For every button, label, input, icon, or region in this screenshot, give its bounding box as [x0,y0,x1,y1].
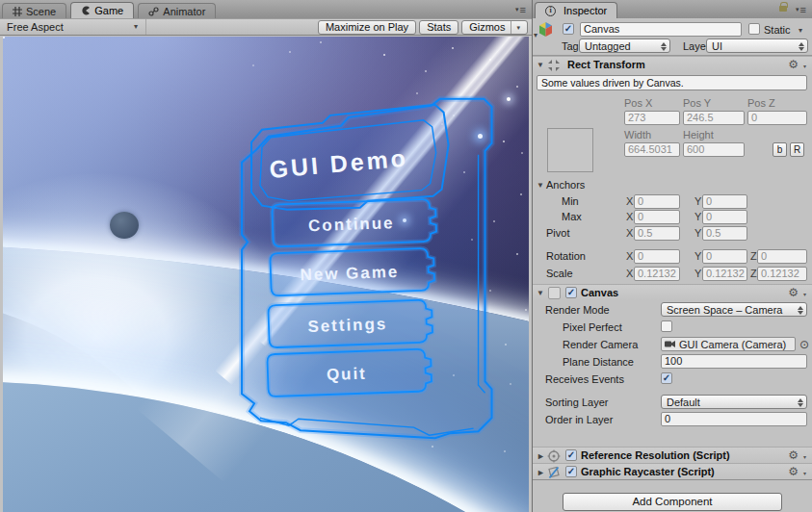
new-game-button[interactable]: New Game [270,248,434,296]
anchors-foldout-icon[interactable]: ▼ [537,181,544,190]
foldout-icon[interactable]: ▼ [537,61,544,69]
menu-lines-icon: ≡ [800,4,806,15]
anchor-min-y-field[interactable]: 0 [702,194,747,209]
rotation-y-field[interactable]: 0 [702,249,747,264]
axis-z-label: Z [750,250,757,262]
active-checkbox[interactable]: ✓ [563,23,574,35]
static-dropdown-arrow[interactable]: ▾ [799,26,802,35]
tab-inspector-label: Inspector [563,5,607,16]
sorting-layer-dropdown[interactable]: Default [661,395,807,409]
raw-edit-mode-button[interactable]: R [790,142,804,157]
new-game-button-label: New Game [300,263,399,285]
menu-lines-icon: ≡ [520,4,526,15]
aspect-dropdown[interactable]: Free Aspect ▾ [0,19,146,35]
canvas-component-header[interactable]: ▼ ✓ Canvas ⚙ ▾ [533,284,812,300]
info-icon: i [545,6,556,16]
object-picker-icon[interactable]: ⊙ [799,338,809,351]
receives-events-checkbox[interactable]: ✓ [661,372,672,384]
gear-dropdown-arrow: ▾ [803,63,806,69]
quit-button[interactable]: Quit [267,348,432,397]
gear-icon[interactable]: ⚙ [788,58,799,71]
dropdown-arrow-icon: ▾ [796,6,799,13]
rotation-z-field[interactable]: 0 [757,249,807,264]
anchor-min-x-field[interactable]: 0 [634,194,680,209]
lock-icon[interactable] [779,6,787,12]
settings-button[interactable]: Settings [268,299,432,347]
tab-animator[interactable]: Animator [138,3,216,18]
left-tabstrip: Scene Game Animator ▾≡ [0,0,532,18]
icon-dropdown-arrow[interactable]: ▾ [534,31,537,39]
rotation-x-field[interactable]: 0 [634,249,680,264]
graphic-raycaster-title: Graphic Raycaster (Script) [581,466,715,477]
layer-value: UI [712,40,722,52]
foldout-icon[interactable]: ► [537,468,545,477]
layer-dropdown[interactable]: UI [706,38,808,53]
tab-inspector[interactable]: i Inspector [535,2,617,18]
stats-button[interactable]: Stats [419,20,458,35]
rotation-label: Rotation [546,250,586,262]
tab-game[interactable]: Game [70,2,134,18]
aspect-dropdown-value: Free Aspect [7,21,64,33]
pos-x-field[interactable]: 273 [624,111,680,125]
panel-menu-icon[interactable]: ▾≡ [515,4,526,15]
pivot-y-field[interactable]: 0.5 [702,226,747,241]
dropdown-arrows-icon [661,42,667,51]
tab-scene[interactable]: Scene [2,3,66,18]
canvas-enabled-checkbox[interactable]: ✓ [565,287,577,298]
scale-y-field[interactable]: 0.12132 [702,267,747,281]
width-field[interactable]: 664.5031 [624,142,680,157]
gear-dropdown-arrow: ▾ [803,291,806,297]
reference-resolution-header[interactable]: ► ✓ Reference Resolution (Script) ⚙ ▾ [533,447,812,463]
pos-z-field[interactable]: 0 [747,111,807,125]
tab-game-label: Game [94,5,123,16]
maximize-on-play-button[interactable]: Maximize on Play [318,20,416,35]
dropdown-arrows-icon [799,42,804,51]
pivot-x-field[interactable]: 0.5 [634,226,680,241]
gear-icon[interactable]: ⚙ [788,286,799,299]
gizmos-button[interactable]: Gizmos ▾ [461,20,528,35]
render-camera-field[interactable]: GUI Camera (Camera) [661,337,796,351]
static-checkbox[interactable] [748,23,760,35]
reference-resolution-checkbox[interactable]: ✓ [565,449,577,461]
driven-values-helpbox: Some values driven by Canvas. [537,75,807,90]
axis-x-label: X [626,227,633,239]
axis-y-label: Y [694,211,701,222]
anchor-max-y-field[interactable]: 0 [702,210,747,224]
gameobject-cube-icon[interactable] [537,21,555,39]
continue-button[interactable]: Continue [272,199,436,247]
anchors-label: Anchors [546,179,585,191]
inspector-menu-icon[interactable]: ▾≡ [796,4,806,15]
pos-z-label: Pos Z [747,97,775,109]
gear-icon[interactable]: ⚙ [788,465,799,478]
left-pane: Scene Game Animator ▾≡ [0,0,532,512]
rect-transform-header[interactable]: ▼ Rect Transform ⚙ ▾ [533,56,812,72]
scale-z-field[interactable]: 0.12132 [757,267,807,281]
dropdown-arrow-icon: ▾ [511,21,520,34]
pixel-perfect-checkbox[interactable] [661,320,672,332]
tab-animator-label: Animator [163,6,205,17]
add-component-button[interactable]: Add Component [563,493,782,511]
plane-distance-field[interactable]: 100 [661,354,807,369]
render-mode-value: Screen Space – Camera [667,304,782,316]
foldout-icon[interactable]: ▼ [537,289,544,297]
gear-icon[interactable]: ⚙ [788,448,799,462]
graphic-raycaster-icon [547,466,561,479]
scale-x-field[interactable]: 0.12132 [634,267,680,281]
pos-y-field[interactable]: 246.5 [683,111,745,125]
render-camera-value: GUI Camera (Camera) [679,339,786,350]
tag-dropdown[interactable]: Untagged [579,38,670,53]
render-mode-dropdown[interactable]: Screen Space – Camera [661,302,807,317]
graphic-raycaster-checkbox[interactable]: ✓ [565,466,577,477]
quit-button-label: Quit [327,365,368,384]
pos-x-label: Pos X [624,97,652,109]
blueprint-mode-button[interactable]: b [773,142,787,157]
height-field[interactable]: 600 [683,142,745,157]
foldout-icon[interactable]: ► [537,451,545,461]
anchor-max-x-field[interactable]: 0 [634,210,680,224]
name-field[interactable]: Canvas [580,22,742,37]
graphic-raycaster-header[interactable]: ► ✓ Graphic Raycaster (Script) ⚙ ▾ [533,463,812,479]
anchor-preview [547,128,593,172]
order-in-layer-field[interactable]: 0 [661,412,807,426]
plane-distance-label: Plane Distance [563,356,634,368]
axis-z-label: Z [750,268,757,279]
